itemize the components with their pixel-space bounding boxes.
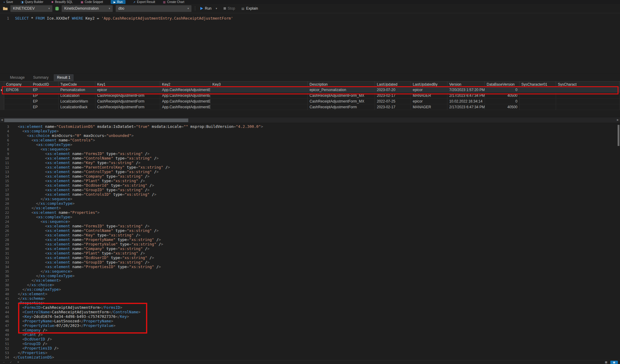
- table-cell[interactable]: LocalizationBack: [59, 104, 95, 110]
- table-row[interactable]: EPLocalizationWarnCashReceiptAdjustmentF…: [0, 99, 620, 104]
- table-cell[interactable]: [4, 104, 31, 110]
- table-cell[interactable]: CashReceiptAdjustmentForm: [95, 99, 160, 104]
- toolbar-button-run[interactable]: ▶Run: [111, 0, 125, 4]
- run-button[interactable]: Run ▾: [199, 5, 219, 12]
- table-cell[interactable]: 40500: [485, 104, 520, 110]
- table-cell[interactable]: 2/17/2023 6:47:34 PM: [447, 93, 485, 98]
- toolbar-button-create-chart[interactable]: ▥Create Chart: [163, 0, 184, 4]
- check-icon[interactable]: ✓: [10, 361, 12, 364]
- table-cell[interactable]: EP: [31, 104, 59, 110]
- grid-view-icon[interactable]: ▦: [605, 361, 607, 364]
- toolbar-button-code-snippet[interactable]: ▦Code Snippet: [81, 0, 103, 4]
- tab-summary[interactable]: Summary: [30, 74, 52, 81]
- table-cell[interactable]: CashReceiptAdjustmentForm_MX: [308, 93, 375, 98]
- column-header-lastupdatedby[interactable]: LastUpdatedBy: [411, 81, 447, 87]
- table-cell[interactable]: 0: [485, 99, 520, 104]
- toolbar-button-query-builder[interactable]: ◨Query Builder: [21, 0, 43, 4]
- table-cell[interactable]: 2/17/2023 6:47:34 PM: [447, 104, 485, 110]
- table-row[interactable]: ▶EPIC06EPPersonalizationepicorApp.CashRe…: [0, 87, 620, 93]
- table-cell[interactable]: MANAGER: [411, 104, 447, 110]
- explain-button[interactable]: ▤ Explain: [240, 5, 260, 12]
- table-cell[interactable]: EPIC06: [4, 87, 31, 93]
- stop-button[interactable]: Stop: [222, 5, 237, 12]
- table-cell[interactable]: 2023-02-17: [375, 93, 411, 98]
- table-cell[interactable]: LocalizationWarn: [59, 99, 95, 104]
- table-cell[interactable]: App.CashReceiptAdjustmentE: [160, 104, 211, 110]
- toolbar-button-export-result[interactable]: ↗Export Result: [133, 0, 155, 4]
- row-header[interactable]: ▶: [0, 87, 4, 93]
- table-cell[interactable]: 40500: [485, 93, 520, 98]
- table-cell[interactable]: [4, 99, 31, 104]
- table-cell[interactable]: 0: [485, 87, 520, 93]
- connection-select[interactable]: KINETICDEV ▾: [10, 5, 52, 12]
- schema-select[interactable]: dbo ▾: [116, 5, 192, 12]
- column-header-version[interactable]: Version: [447, 81, 485, 87]
- row-header[interactable]: [0, 104, 4, 110]
- scroll-left-icon[interactable]: ◀: [1, 119, 3, 121]
- dash-icon[interactable]: −: [3, 361, 5, 364]
- column-header-company[interactable]: Company: [4, 81, 31, 87]
- column-header-key2[interactable]: Key2: [160, 81, 211, 87]
- table-cell[interactable]: App.CashReceiptAdjustmentE: [160, 99, 211, 104]
- table-cell[interactable]: EP: [31, 99, 59, 104]
- column-header-syscharact[interactable]: SysCharact: [556, 81, 620, 87]
- column-header-typecode[interactable]: TypeCode: [59, 81, 95, 87]
- vertical-scrollbar[interactable]: [617, 124, 620, 360]
- row-header[interactable]: [0, 99, 4, 104]
- column-header-productid[interactable]: ProductID: [31, 81, 59, 87]
- table-cell[interactable]: CashReceiptAdjustmentForm_MX: [308, 99, 375, 104]
- table-cell[interactable]: [520, 99, 556, 104]
- scroll-right-icon[interactable]: ▶: [617, 119, 619, 121]
- table-cell[interactable]: App.CashReceiptAdjustmentE: [160, 87, 211, 93]
- table-row[interactable]: EPLocalizationCashReceiptAdjustmentFormA…: [0, 93, 620, 99]
- table-view-button[interactable]: ▦: [610, 361, 618, 364]
- sql-editor[interactable]: 1 SELECT * FROM Ice.XXXDef WHERE Key2 = …: [0, 13, 620, 73]
- table-cell[interactable]: [211, 87, 308, 93]
- toolbar-button-beautify-sql[interactable]: ✱Beautify SQL: [51, 0, 73, 4]
- database-select[interactable]: KineticDemonstration ▾: [62, 5, 113, 12]
- table-cell[interactable]: epicor: [411, 87, 447, 93]
- column-header-databaseversion[interactable]: DataBaseVersion: [485, 81, 520, 87]
- table-cell[interactable]: CashReceiptAdjustmentForm: [95, 104, 160, 110]
- table-cell[interactable]: 2023-02-17: [375, 104, 411, 110]
- horizontal-scrollbar-thumb[interactable]: [4, 119, 188, 122]
- table-cell[interactable]: [556, 93, 620, 98]
- column-header-key3[interactable]: Key3: [211, 81, 308, 87]
- table-cell[interactable]: [211, 104, 308, 110]
- table-cell[interactable]: Localization: [59, 93, 95, 98]
- column-header-key1[interactable]: Key1: [95, 81, 160, 87]
- column-header-syscharacter01[interactable]: SysCharacter01: [520, 81, 556, 87]
- column-header-description[interactable]: Description: [308, 81, 375, 87]
- row-header[interactable]: [0, 93, 4, 98]
- table-cell[interactable]: 7/20/2023 1:57:20 PM: [447, 87, 485, 93]
- table-cell[interactable]: MANAGER: [411, 93, 447, 98]
- toolbar-button-save[interactable]: ▪Save: [4, 0, 13, 4]
- table-cell[interactable]: CashReceiptAdjustmentForm: [308, 104, 375, 110]
- table-cell[interactable]: 10.02.2022 16:34:14: [447, 99, 485, 104]
- table-cell[interactable]: epicor: [95, 87, 160, 93]
- column-header-lastupdated[interactable]: LastUpdated: [375, 81, 411, 87]
- table-cell[interactable]: [520, 87, 556, 93]
- close-icon[interactable]: ✕: [17, 361, 20, 364]
- table-cell[interactable]: 2023-07-20: [375, 87, 411, 93]
- table-cell[interactable]: [556, 87, 620, 93]
- table-cell[interactable]: App.CashReceiptAdjustmentE: [160, 93, 211, 98]
- table-cell[interactable]: EP: [31, 93, 59, 98]
- table-cell[interactable]: epicor: [411, 99, 447, 104]
- tab-result-1[interactable]: Result 1: [54, 74, 74, 81]
- table-cell[interactable]: [520, 93, 556, 98]
- table-cell[interactable]: 2022-07-25: [375, 99, 411, 104]
- horizontal-scrollbar[interactable]: ◀ ▶: [0, 117, 620, 123]
- tab-message[interactable]: Message: [7, 74, 28, 81]
- table-row[interactable]: EPLocalizationBackCashReceiptAdjustmentF…: [0, 104, 620, 110]
- table-cell[interactable]: [556, 104, 620, 110]
- table-cell[interactable]: [211, 99, 308, 104]
- table-cell[interactable]: [556, 99, 620, 104]
- table-cell[interactable]: [520, 104, 556, 110]
- table-cell[interactable]: [211, 93, 308, 98]
- table-cell[interactable]: epicor_Personalization: [308, 87, 375, 93]
- table-cell[interactable]: [4, 93, 31, 98]
- table-cell[interactable]: CashReceiptAdjustmentForm: [95, 93, 160, 98]
- vertical-scrollbar-thumb[interactable]: [618, 125, 619, 146]
- table-cell[interactable]: EP: [31, 87, 59, 93]
